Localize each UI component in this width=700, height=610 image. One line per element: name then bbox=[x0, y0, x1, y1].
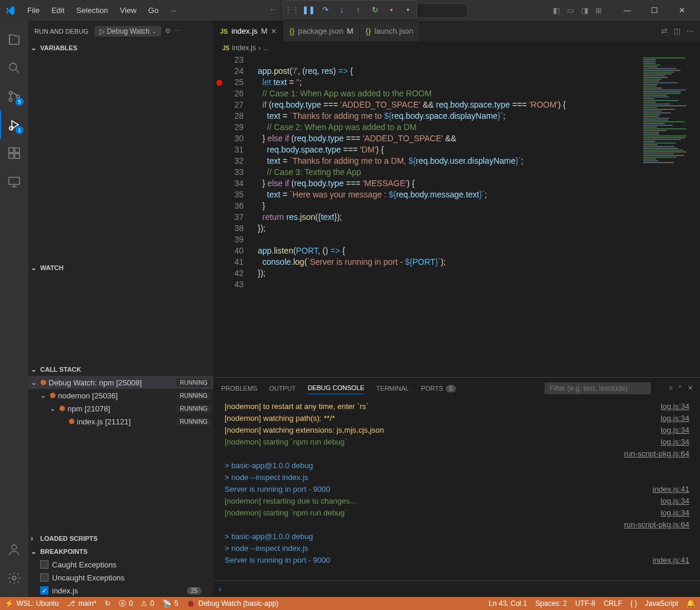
chevron-icon: ⌄ bbox=[31, 378, 38, 387]
activity-account-icon[interactable] bbox=[0, 536, 28, 564]
bp-label: Uncaught Exceptions bbox=[52, 573, 125, 582]
menu-selection[interactable]: Selection bbox=[72, 4, 112, 17]
editor-tab[interactable]: {}package.jsonM bbox=[283, 21, 359, 41]
layout-panel-icon[interactable]: ▭ bbox=[566, 5, 575, 16]
section-variables[interactable]: ⌄VARIABLES bbox=[28, 41, 213, 54]
callstack-row[interactable]: ⌄⬢Debug Watch: npm [25008]RUNNING bbox=[28, 376, 213, 389]
panel-clear-icon[interactable]: ≡ bbox=[669, 384, 672, 392]
status-sync[interactable]: ↻ bbox=[105, 599, 111, 608]
activity-scm-icon[interactable]: 5 bbox=[0, 82, 28, 111]
debug-console-input[interactable]: › bbox=[214, 580, 700, 597]
debug-stepout-icon[interactable]: ↑ bbox=[351, 2, 365, 17]
status-branch[interactable]: ⎇main* bbox=[67, 599, 96, 608]
debug-stop-icon[interactable]: ▪ bbox=[384, 2, 398, 17]
warning-icon: ⚠ bbox=[141, 599, 147, 608]
callstack-row[interactable]: ⬢index.js [21121]RUNNING bbox=[28, 415, 213, 428]
debug-console-output[interactable]: [nodemon] to restart at any time, enter … bbox=[214, 398, 700, 580]
sidebar: RUN AND DEBUG ▷ Debug Watch ⌄ ⚙ ⋯ ⌄VARIA… bbox=[28, 21, 214, 597]
console-source-link[interactable]: index.js:41 bbox=[653, 484, 689, 495]
debug-restart-icon[interactable]: ↻ bbox=[368, 2, 382, 17]
minimap[interactable] bbox=[641, 54, 700, 377]
callstack-row[interactable]: ⌄⬢npm [21078]RUNNING bbox=[28, 402, 213, 415]
tab-debug-console[interactable]: DEBUG CONSOLE bbox=[307, 382, 364, 394]
compare-icon[interactable]: ⇄ bbox=[661, 27, 667, 35]
bp-file[interactable]: ✓index.js25 bbox=[28, 584, 213, 597]
section-breakpoints[interactable]: ⌄BREAKPOINTS bbox=[28, 545, 213, 558]
debug-dropdown-icon[interactable]: ▾ bbox=[401, 2, 415, 17]
console-source-link[interactable]: run-script-pkg.js:64 bbox=[624, 519, 689, 531]
tab-terminal[interactable]: TERMINAL bbox=[376, 382, 409, 394]
more-icon[interactable]: ⋯ bbox=[686, 27, 694, 35]
debug-config-dropdown[interactable]: ▷ Debug Watch ⌄ bbox=[95, 26, 161, 37]
debug-drag-icon[interactable]: ⋮⋮ bbox=[285, 2, 299, 17]
tab-output[interactable]: OUTPUT bbox=[269, 382, 296, 394]
checkbox-checked-icon[interactable]: ✓ bbox=[40, 586, 48, 595]
activity-remote-icon[interactable] bbox=[0, 167, 28, 196]
status-debug[interactable]: 🐞Debug Watch (basic-app) bbox=[186, 599, 278, 608]
section-loaded-scripts[interactable]: ›LOADED SCRIPTS bbox=[28, 532, 213, 545]
menu-file[interactable]: File bbox=[22, 4, 44, 17]
status-encoding[interactable]: UTF-8 bbox=[575, 599, 595, 608]
section-watch[interactable]: ⌄WATCH bbox=[28, 261, 213, 274]
ports-badge: 5 bbox=[446, 385, 456, 392]
activity-settings-icon[interactable] bbox=[0, 564, 28, 592]
nav-back-icon[interactable]: ← bbox=[265, 4, 280, 18]
editor-tab[interactable]: JSindex.jsM✕ bbox=[214, 21, 283, 41]
close-icon[interactable]: ✕ bbox=[271, 27, 277, 35]
console-source-link[interactable]: log.js:34 bbox=[661, 413, 689, 424]
activity-explorer-icon[interactable] bbox=[0, 25, 28, 54]
menu-go[interactable]: Go bbox=[144, 4, 163, 17]
layout-secondary-icon[interactable]: ◨ bbox=[580, 5, 589, 16]
activity-extensions-icon[interactable] bbox=[0, 139, 28, 167]
status-lncol[interactable]: Ln 43, Col 1 bbox=[489, 599, 527, 608]
console-source-link[interactable]: log.js:34 bbox=[661, 424, 689, 436]
debug-pause-icon[interactable]: ❚❚ bbox=[302, 2, 316, 17]
debug-stepinto-icon[interactable]: ↓ bbox=[335, 2, 349, 17]
tab-ports-label: PORTS bbox=[421, 385, 443, 392]
status-remote[interactable]: ⚡WSL: Ubuntu bbox=[5, 599, 59, 608]
breakpoint-icon[interactable] bbox=[216, 80, 222, 86]
console-source-link[interactable]: log.js:34 bbox=[661, 495, 689, 507]
layout-primary-icon[interactable]: ◧ bbox=[552, 5, 561, 16]
callstack-row[interactable]: ⌄⬢nodemon [25036]RUNNING bbox=[28, 389, 213, 402]
panel-close-icon[interactable]: ✕ bbox=[688, 384, 693, 392]
layout-customize-icon[interactable]: ⊞ bbox=[594, 5, 603, 16]
code-editor[interactable]: 2324252627282930313233343536373839404142… bbox=[214, 54, 700, 377]
checkbox-unchecked-icon[interactable] bbox=[40, 560, 48, 569]
tab-ports[interactable]: PORTS5 bbox=[421, 382, 456, 394]
status-eol[interactable]: CRLF bbox=[604, 599, 622, 608]
menu-view[interactable]: View bbox=[115, 4, 141, 17]
menu-edit[interactable]: Edit bbox=[47, 4, 69, 17]
status-ports[interactable]: 📡5 bbox=[163, 599, 179, 608]
bp-caught-exceptions[interactable]: Caught Exceptions bbox=[28, 558, 213, 571]
console-source-link[interactable]: run-script-pkg.js:64 bbox=[624, 448, 689, 460]
activity-debug-icon[interactable]: 1 bbox=[0, 111, 28, 139]
sidebar-title: RUN AND DEBUG bbox=[34, 28, 89, 35]
status-notifications-icon[interactable]: 🔔 bbox=[686, 599, 695, 608]
status-lang[interactable]: { } JavaScript bbox=[630, 599, 678, 608]
tab-problems[interactable]: PROBLEMS bbox=[221, 382, 257, 394]
console-source-link[interactable]: log.js:34 bbox=[661, 507, 689, 519]
panel-maximize-icon[interactable]: ^ bbox=[679, 384, 682, 392]
console-source-link[interactable]: log.js:34 bbox=[661, 401, 689, 413]
console-source-link[interactable]: log.js:34 bbox=[661, 436, 689, 448]
status-errors[interactable]: ⓧ0 ⚠0 bbox=[119, 599, 154, 609]
debug-stepover-icon[interactable]: ↷ bbox=[318, 2, 332, 17]
console-filter-input[interactable] bbox=[545, 382, 651, 394]
bp-uncaught-exceptions[interactable]: Uncaught Exceptions bbox=[28, 571, 213, 584]
split-icon[interactable]: ◫ bbox=[673, 27, 680, 35]
window-close-icon[interactable]: ✕ bbox=[668, 0, 695, 21]
debug-gear-icon[interactable]: ⚙ bbox=[165, 27, 171, 35]
editor-tab[interactable]: {}launch.json bbox=[360, 21, 420, 41]
window-minimize-icon[interactable]: — bbox=[614, 0, 641, 21]
status-spaces[interactable]: Spaces: 2 bbox=[536, 599, 567, 608]
activity-search-icon[interactable] bbox=[0, 54, 28, 82]
debug-toolbar[interactable]: ⋮⋮ ❚❚ ↷ ↓ ↑ ↻ ▪ ▾ bbox=[283, 0, 417, 19]
checkbox-unchecked-icon[interactable] bbox=[40, 573, 48, 582]
window-maximize-icon[interactable]: ☐ bbox=[641, 0, 668, 21]
debug-more-icon[interactable]: ⋯ bbox=[174, 27, 181, 35]
section-callstack[interactable]: ⌄CALL STACK bbox=[28, 363, 213, 376]
breadcrumb[interactable]: JS index.js › ... bbox=[214, 41, 700, 54]
console-source-link[interactable]: index.js:41 bbox=[653, 554, 689, 566]
menu-more[interactable]: ··· bbox=[166, 4, 182, 17]
